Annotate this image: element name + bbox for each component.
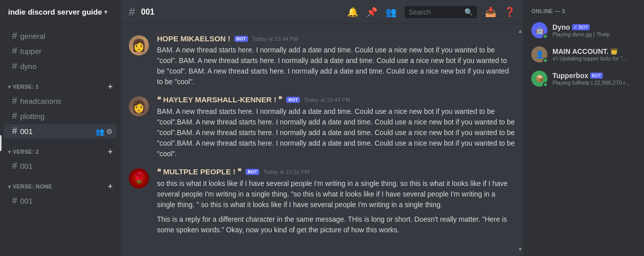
username: ❝ HAYLEY MARSHALL-KENNER ! ❞ bbox=[157, 95, 282, 104]
username: ❝ MULTPLE PEOPLE ! ❞ bbox=[157, 167, 242, 176]
member-name: MAIN ACCOUNT. bbox=[552, 47, 608, 55]
messages-area[interactable]: 👩 HOPE MIKAELSON ! BOT Today at 10:44 PM… bbox=[121, 24, 523, 256]
members-list-icon[interactable]: 👥 bbox=[385, 7, 396, 18]
member-avatar: 📦 bbox=[531, 71, 547, 87]
message-text: BAM. A new thread starts here. I normall… bbox=[157, 45, 515, 87]
topbar-channel-name: 001 bbox=[141, 8, 154, 17]
channel-label: 001 bbox=[20, 162, 33, 170]
message-group: 👩 ❝ HAYLEY MARSHALL-KENNER ! ❞ BOT Today… bbox=[121, 93, 523, 161]
server-chevron-icon: ▾ bbox=[104, 9, 107, 16]
sidebar: indie discord server guide ▾ # general #… bbox=[0, 0, 121, 256]
channel-item-dyno[interactable]: # dyno bbox=[4, 59, 117, 74]
status-dot-online bbox=[543, 34, 548, 39]
bot-badge: BOT bbox=[246, 169, 259, 175]
topbar-icons: 🔔 📌 👥 🔍 📥 ❓ bbox=[347, 6, 515, 18]
message-body: ❝ HAYLEY MARSHALL-KENNER ! ❞ BOT Today a… bbox=[157, 95, 515, 159]
message-body: HOPE MIKAELSON ! BOT Today at 10:44 PM B… bbox=[157, 34, 515, 87]
channels-list: # general # tupper # dyno ▾ VERSE: 1 + #… bbox=[0, 24, 121, 256]
member-avatar: 👤 bbox=[531, 46, 547, 62]
chevron-cat-icon: ▾ bbox=[8, 149, 11, 155]
verified-badge: ✓ BOT bbox=[572, 24, 590, 30]
status-dot-online bbox=[543, 82, 548, 87]
active-channel-indicator bbox=[0, 135, 2, 151]
channel-label: general bbox=[20, 32, 45, 40]
scroll-up-icon[interactable]: ▲ bbox=[518, 28, 523, 34]
chevron-cat-icon: ▾ bbox=[8, 184, 11, 189]
channel-item-headcanons[interactable]: # headcanons bbox=[4, 94, 117, 108]
right-sidebar: ONLINE — 3 🤖 Dyno ✓ BOT Playing dyno.gg … bbox=[523, 0, 644, 256]
search-icon: 🔍 bbox=[464, 8, 473, 16]
search-box[interactable]: 🔍 bbox=[405, 6, 477, 18]
chevron-cat-icon: ▾ bbox=[8, 84, 11, 90]
message-text-part2: This is a reply for a different characte… bbox=[157, 214, 515, 235]
topbar-hash-icon: # bbox=[129, 6, 135, 19]
server-header[interactable]: indie discord server guide ▾ bbox=[0, 0, 121, 24]
hash-icon: # bbox=[12, 31, 17, 41]
main-content: # 001 🔔 📌 👥 🔍 📥 ❓ 👩 HOPE MIKA bbox=[121, 0, 523, 256]
messages-container: 👩 HOPE MIKAELSON ! BOT Today at 10:44 PM… bbox=[121, 24, 523, 256]
avatar: 👩 bbox=[129, 96, 149, 116]
add-channel-button[interactable]: + bbox=[108, 82, 113, 91]
hash-icon: # bbox=[12, 46, 17, 56]
dyno-avatar-icon: 🤖 bbox=[535, 26, 544, 34]
channel-item-001-vn[interactable]: # 001 bbox=[4, 194, 117, 208]
member-activity: Playing tullhelp | 22,996,270 r... bbox=[552, 80, 636, 86]
hash-icon: # bbox=[12, 61, 17, 72]
category-label: VERSE: NONE bbox=[13, 183, 52, 189]
add-channel-button[interactable]: + bbox=[108, 147, 113, 156]
username: HOPE MIKAELSON ! bbox=[157, 34, 230, 43]
bot-badge: BOT bbox=[286, 97, 300, 103]
bot-badge: BOT bbox=[234, 36, 248, 42]
channel-item-general[interactable]: # general bbox=[4, 29, 117, 43]
avatar: 🌹 bbox=[129, 168, 149, 188]
member-activity: 🏷 Updating tupper bots for "... bbox=[552, 55, 636, 61]
message-group: 🌹 ❝ MULTPLE PEOPLE ! ❞ BOT Today at 10:5… bbox=[121, 165, 523, 237]
category-versenone[interactable]: ▾ VERSE: NONE + bbox=[4, 174, 117, 193]
help-icon[interactable]: ❓ bbox=[504, 7, 515, 18]
online-member-main[interactable]: 👤 MAIN ACCOUNT. 👑 🏷 Updating tupper bots… bbox=[523, 42, 644, 67]
category-label: VERSE: 2 bbox=[13, 149, 39, 155]
message-header: HOPE MIKAELSON ! BOT Today at 10:44 PM bbox=[157, 34, 515, 43]
category-verse1[interactable]: ▾ VERSE: 1 + bbox=[4, 74, 117, 93]
channel-label: headcanons bbox=[20, 97, 61, 105]
channel-item-001-v1[interactable]: # 001 👥 ⚙ bbox=[4, 124, 117, 139]
members-icon[interactable]: 👥 bbox=[96, 127, 104, 136]
online-member-dyno[interactable]: 🤖 Dyno ✓ BOT Playing dyno.gg | ?help bbox=[523, 18, 644, 42]
category-label: VERSE: 1 bbox=[13, 84, 39, 90]
notification-bell-icon[interactable]: 🔔 bbox=[347, 7, 358, 18]
channel-item-tupper[interactable]: # tupper bbox=[4, 44, 117, 58]
hash-icon: # bbox=[12, 96, 17, 106]
member-avatar: 🤖 bbox=[531, 22, 547, 38]
member-info: Dyno ✓ BOT Playing dyno.gg | ?help bbox=[552, 23, 636, 37]
avatar: 👩 bbox=[129, 35, 149, 55]
online-header: ONLINE — 3 bbox=[523, 0, 644, 18]
settings-icon[interactable]: ⚙ bbox=[106, 127, 113, 136]
message-body: ❝ MULTPLE PEOPLE ! ❞ BOT Today at 10:51 … bbox=[157, 167, 515, 235]
channel-action-icons: 👥 ⚙ bbox=[96, 127, 113, 136]
tupperbox-avatar-icon: 📦 bbox=[535, 75, 544, 83]
verified-badge: BOT bbox=[590, 73, 603, 79]
channel-label: plotting bbox=[20, 112, 44, 120]
channel-label: 001 bbox=[20, 127, 33, 136]
server-name: indie discord server guide bbox=[8, 8, 102, 16]
crown-icon: 👑 bbox=[610, 48, 618, 55]
add-channel-button[interactable]: + bbox=[108, 182, 113, 191]
member-name: Tupperbox bbox=[552, 72, 588, 80]
member-info: MAIN ACCOUNT. 👑 🏷 Updating tupper bots f… bbox=[552, 47, 636, 61]
channel-label: 001 bbox=[20, 197, 33, 205]
timestamp: Today at 10:44 PM bbox=[252, 36, 298, 42]
search-input[interactable] bbox=[409, 8, 462, 16]
channel-label: dyno bbox=[20, 62, 37, 71]
category-verse2[interactable]: ▾ VERSE: 2 + bbox=[4, 139, 117, 158]
hash-icon: # bbox=[12, 126, 17, 137]
message-header: ❝ HAYLEY MARSHALL-KENNER ! ❞ BOT Today a… bbox=[157, 95, 515, 104]
inbox-icon[interactable]: 📥 bbox=[485, 7, 496, 18]
pin-icon[interactable]: 📌 bbox=[366, 7, 377, 18]
channel-label: tupper bbox=[20, 47, 42, 55]
timestamp: Today at 10:51 PM bbox=[263, 169, 309, 175]
online-member-tupperbox[interactable]: 📦 Tupperbox BOT Playing tullhelp | 22,99… bbox=[523, 67, 644, 91]
member-activity: Playing dyno.gg | ?help bbox=[552, 31, 636, 37]
channel-item-001-v2[interactable]: # 001 bbox=[4, 159, 117, 173]
scroll-down-icon[interactable]: ▼ bbox=[518, 246, 523, 252]
channel-item-plotting[interactable]: # plotting bbox=[4, 109, 117, 123]
